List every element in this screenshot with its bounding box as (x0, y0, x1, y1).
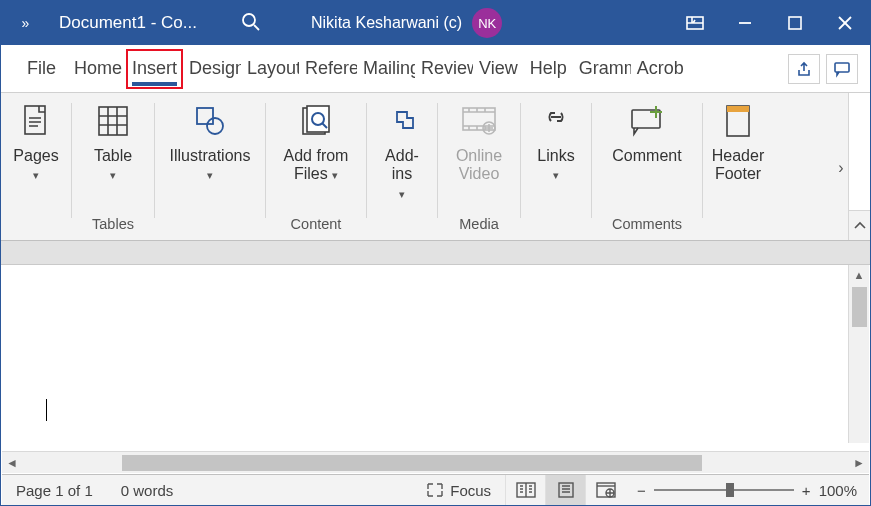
group-tables-label: Tables (92, 216, 134, 238)
scroll-up-icon[interactable]: ▲ (849, 265, 869, 285)
scroll-right-icon[interactable]: ► (849, 456, 869, 470)
tab-design[interactable]: Design (183, 49, 241, 89)
group-content-label: Content (291, 216, 342, 238)
addins-button[interactable]: Add-ins▾ (377, 101, 427, 202)
tab-references[interactable]: Refere (299, 49, 357, 89)
add-from-files-button[interactable]: Add from Files ▾ (276, 101, 356, 184)
tab-help[interactable]: Help (524, 49, 573, 89)
focus-label: Focus (450, 482, 491, 499)
horizontal-scrollbar[interactable]: ◄ ► (2, 451, 869, 473)
zoom-slider-knob[interactable] (726, 483, 734, 497)
vscroll-thumb[interactable] (852, 287, 867, 327)
chevron-down-icon: ▾ (110, 169, 116, 181)
svg-point-11 (207, 118, 223, 134)
comments-icon[interactable] (826, 54, 858, 84)
ruler[interactable] (1, 241, 870, 265)
zoom-in-button[interactable]: + (802, 482, 811, 499)
tab-layout[interactable]: Layout (241, 49, 299, 89)
zoom-out-button[interactable]: − (637, 482, 646, 499)
document-page[interactable] (2, 265, 848, 443)
tab-acrobat[interactable]: Acrob (631, 49, 689, 89)
titlebar-overflow[interactable]: » (1, 15, 51, 31)
document-title: Document1 - Co... (51, 13, 221, 33)
svg-rect-10 (197, 108, 213, 124)
tab-review[interactable]: Review (415, 49, 473, 89)
pages-icon (16, 101, 56, 141)
online-video-button: Online Video (448, 101, 510, 184)
svg-rect-9 (99, 107, 127, 135)
chevron-down-icon: ▾ (207, 169, 213, 181)
search-icon[interactable] (221, 12, 281, 35)
zoom-percentage[interactable]: 100% (819, 482, 857, 499)
chevron-down-icon: ▾ (553, 169, 559, 181)
new-comment-icon (627, 101, 667, 141)
close-icon[interactable] (820, 1, 870, 45)
svg-rect-4 (789, 17, 801, 29)
text-cursor (46, 399, 47, 421)
chevron-down-icon: ▾ (399, 188, 405, 200)
table-button[interactable]: Table▾ (89, 101, 137, 184)
table-icon (93, 101, 133, 141)
link-icon (536, 101, 576, 141)
svg-point-0 (243, 14, 255, 26)
header-footer-button[interactable]: Header Footer (708, 101, 768, 184)
tab-insert[interactable]: Insert (126, 49, 183, 89)
scroll-left-icon[interactable]: ◄ (2, 456, 22, 470)
header-footer-icon (718, 101, 758, 141)
hscroll-thumb[interactable] (122, 455, 702, 471)
status-bar: Page 1 of 1 0 words Focus − + 100% (2, 474, 869, 505)
online-video-icon (459, 101, 499, 141)
links-button[interactable]: Links▾ (532, 101, 580, 184)
table-label: Table (94, 147, 132, 164)
tab-view[interactable]: View (473, 49, 524, 89)
share-icon[interactable] (788, 54, 820, 84)
collapse-ribbon-icon[interactable] (848, 210, 870, 240)
ribbon-overflow-right[interactable]: › (834, 153, 848, 183)
print-layout-icon[interactable] (545, 475, 585, 506)
chevron-down-icon: ▾ (332, 169, 338, 181)
word-count[interactable]: 0 words (107, 482, 188, 499)
minimize-icon[interactable] (720, 1, 770, 45)
links-label: Links (537, 147, 574, 164)
group-comments-label: Comments (612, 216, 682, 238)
reuse-files-icon (296, 101, 336, 141)
ribbon: Pages▾ Table▾ Tables Illustrations▾ (1, 93, 870, 241)
tab-home[interactable]: Home (68, 49, 126, 89)
pages-label: Pages (13, 147, 58, 164)
vertical-scrollbar[interactable]: ▲ (848, 265, 869, 443)
shapes-icon (190, 101, 230, 141)
tab-file[interactable]: File (21, 49, 62, 89)
svg-rect-8 (25, 106, 45, 134)
ribbon-display-icon[interactable] (670, 1, 720, 45)
tab-grammarly[interactable]: Gramm (573, 49, 631, 89)
user-name: Nikita Kesharwani (c) (311, 14, 462, 32)
addins-label: Add-ins (385, 147, 419, 182)
svg-rect-24 (559, 483, 573, 497)
ribbon-tabs: File Home Insert Design Layout Refere Ma… (1, 45, 870, 93)
web-layout-icon[interactable] (585, 475, 625, 506)
header-footer-label: Header Footer (712, 147, 764, 184)
comment-button[interactable]: Comment (608, 101, 685, 165)
tab-insert-label: Insert (132, 58, 177, 79)
svg-rect-7 (835, 63, 849, 72)
page-indicator[interactable]: Page 1 of 1 (2, 482, 107, 499)
zoom-slider[interactable] (654, 489, 794, 491)
pages-button[interactable]: Pages▾ (9, 101, 62, 184)
chevron-down-icon: ▾ (33, 169, 39, 181)
focus-icon (426, 482, 444, 498)
illustrations-button[interactable]: Illustrations▾ (166, 101, 255, 184)
svg-rect-22 (727, 106, 749, 112)
addins-icon (382, 101, 422, 141)
online-video-label: Online Video (452, 147, 506, 184)
add-from-files-label: Add from Files (284, 147, 349, 182)
avatar[interactable]: NK (472, 8, 502, 38)
comment-label: Comment (612, 147, 681, 165)
svg-line-1 (254, 25, 259, 30)
read-mode-icon[interactable] (505, 475, 545, 506)
group-media-label: Media (459, 216, 499, 238)
focus-mode-button[interactable]: Focus (412, 482, 505, 499)
illustrations-label: Illustrations (170, 147, 251, 164)
tab-mailings[interactable]: Mailing (357, 49, 415, 89)
maximize-icon[interactable] (770, 1, 820, 45)
